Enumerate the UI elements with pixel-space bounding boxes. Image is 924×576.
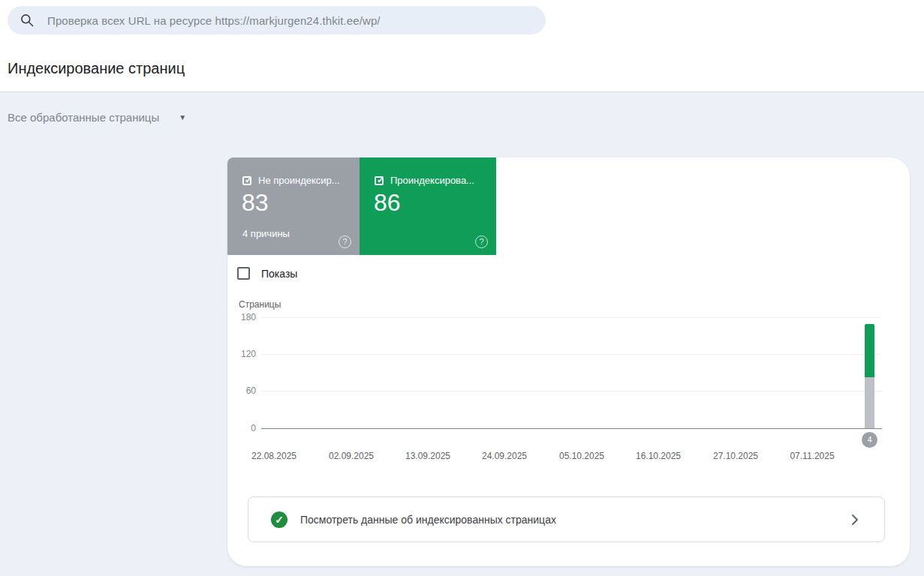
view-indexed-pages-banner[interactable]: ✓ Посмотреть данные об индексированных с… bbox=[248, 496, 885, 542]
y-tick-label: 60 bbox=[227, 386, 256, 396]
not-indexed-header: ✓ Не проиндексир... bbox=[242, 175, 340, 186]
indexed-header: ✓ Проиндексирова... bbox=[375, 175, 474, 186]
banner-label: Посмотреть данные об индексированных стр… bbox=[300, 514, 556, 526]
data-points-count-badge: 4 bbox=[862, 432, 877, 448]
page-indexing-card: ✓ Не проиндексир... 83 4 причины ? ✓ Про… bbox=[227, 158, 910, 566]
page-title: Индексирование страниц bbox=[8, 60, 185, 77]
processed-pages-filter-dropdown[interactable]: Все обработанные страницы ▼ bbox=[8, 111, 186, 124]
chevron-down-icon: ▼ bbox=[179, 113, 186, 122]
search-console-page: Проверка всех URL на ресурсе https://mar… bbox=[0, 0, 924, 576]
x-tick-label: 02.09.2025 bbox=[329, 451, 374, 461]
x-tick-label: 16.10.2025 bbox=[636, 451, 681, 461]
not-indexed-reasons: 4 причины bbox=[242, 228, 290, 239]
impressions-checkbox[interactable] bbox=[237, 267, 250, 280]
indexed-count: 86 bbox=[374, 189, 401, 217]
impressions-label: Показы bbox=[261, 268, 297, 280]
x-tick-label: 07.11.2025 bbox=[790, 451, 834, 461]
gridline-60 bbox=[261, 391, 882, 392]
bar-segment-indexed bbox=[865, 324, 874, 377]
x-tick-label: 22.08.2025 bbox=[251, 451, 296, 461]
search-icon bbox=[20, 13, 35, 28]
check-circle-icon: ✓ bbox=[271, 512, 287, 528]
gridline-120 bbox=[261, 354, 882, 355]
indexed-label: Проиндексирова... bbox=[390, 175, 474, 186]
url-inspection-search-bar[interactable]: Проверка всех URL на ресурсе https://mar… bbox=[8, 6, 546, 34]
y-tick-label: 0 bbox=[227, 423, 256, 434]
y-tick-label: 180 bbox=[227, 312, 256, 322]
x-tick-label: 13.09.2025 bbox=[405, 451, 450, 461]
stacked-bar-latest bbox=[865, 324, 874, 428]
gridline-180 bbox=[261, 317, 882, 318]
not-indexed-stat-card[interactable]: ✓ Не проиндексир... 83 4 причины ? bbox=[227, 158, 360, 255]
chevron-right-icon[interactable] bbox=[851, 514, 859, 526]
impressions-toggle-row: Показы bbox=[237, 267, 297, 280]
chart-y-axis-title: Страницы bbox=[239, 299, 281, 310]
page-header: Проверка всех URL на ресурсе https://mar… bbox=[0, 0, 924, 92]
help-icon[interactable]: ? bbox=[475, 236, 488, 248]
x-axis-line bbox=[261, 428, 882, 429]
not-indexed-count: 83 bbox=[242, 189, 269, 217]
checked-checkbox-icon[interactable]: ✓ bbox=[375, 176, 384, 185]
search-placeholder-text: Проверка всех URL на ресурсе https://mar… bbox=[47, 14, 381, 27]
checked-checkbox-icon[interactable]: ✓ bbox=[242, 176, 251, 185]
x-tick-label: 05.10.2025 bbox=[559, 451, 604, 461]
y-tick-label: 120 bbox=[227, 349, 256, 359]
indexed-stat-card[interactable]: ✓ Проиндексирова... 86 ? bbox=[360, 158, 496, 255]
bar-segment-not-indexed bbox=[865, 377, 874, 428]
x-tick-label: 24.09.2025 bbox=[482, 451, 527, 461]
x-tick-label: 27.10.2025 bbox=[713, 451, 758, 461]
filter-selected-value: Все обработанные страницы bbox=[8, 111, 159, 124]
not-indexed-label: Не проиндексир... bbox=[258, 175, 340, 186]
help-icon[interactable]: ? bbox=[339, 236, 351, 248]
